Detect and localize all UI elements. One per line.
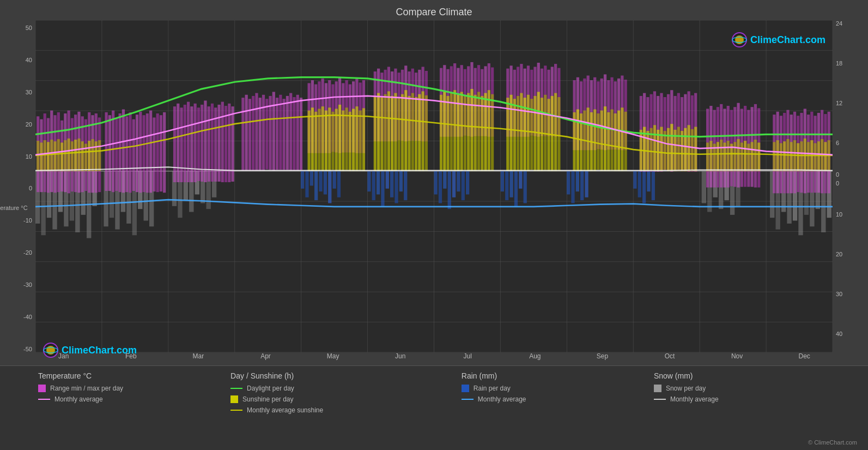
svg-rect-181 xyxy=(279,95,282,170)
svg-rect-174 xyxy=(255,93,258,171)
svg-rect-450 xyxy=(754,140,757,171)
svg-rect-152 xyxy=(173,106,176,182)
svg-rect-182 xyxy=(283,99,286,170)
svg-rect-417 xyxy=(621,107,623,171)
svg-rect-80 xyxy=(332,171,336,189)
svg-rect-151 xyxy=(163,112,166,193)
svg-rect-366 xyxy=(411,93,414,171)
svg-rect-452 xyxy=(773,142,775,171)
svg-rect-365 xyxy=(408,96,410,171)
svg-rect-55 xyxy=(702,171,706,203)
svg-rect-323 xyxy=(50,140,53,171)
svg-rect-178 xyxy=(269,96,271,170)
legend-rain: Rain (mm) Rain per day Monthly average xyxy=(462,371,654,446)
svg-rect-367 xyxy=(415,97,417,171)
legend-item: Sunshine per day xyxy=(230,395,462,403)
svg-rect-391 xyxy=(520,93,523,171)
svg-rect-145 xyxy=(142,115,145,192)
legend-label: Monthly average xyxy=(670,395,719,403)
svg-rect-440 xyxy=(720,140,723,171)
svg-rect-401 xyxy=(554,93,557,171)
svg-rect-423 xyxy=(653,125,656,171)
svg-rect-101 xyxy=(509,171,513,197)
svg-rect-78 xyxy=(324,171,327,195)
svg-rect-430 xyxy=(677,127,680,171)
chart-svg xyxy=(35,20,833,352)
svg-rect-156 xyxy=(187,102,190,182)
svg-rect-373 xyxy=(446,96,449,171)
logo-text-bottom: ClimeChart.com xyxy=(62,345,137,356)
svg-rect-454 xyxy=(780,143,782,171)
svg-rect-435 xyxy=(694,127,697,171)
svg-rect-173 xyxy=(252,96,254,171)
svg-rect-385 xyxy=(488,90,490,171)
legend-label: Monthly average sunshine xyxy=(247,406,323,414)
svg-rect-110 xyxy=(633,171,636,189)
y-right-tick: 6 xyxy=(836,140,839,146)
svg-rect-436 xyxy=(706,142,709,171)
x-axis-month: Jul xyxy=(434,352,501,364)
svg-rect-170 xyxy=(241,98,244,171)
svg-rect-351 xyxy=(352,109,355,171)
svg-rect-320 xyxy=(40,142,43,171)
svg-rect-381 xyxy=(474,95,477,171)
main-container: Compare Climate Halifax Halifax Temperat… xyxy=(0,0,868,450)
svg-rect-336 xyxy=(95,141,98,171)
svg-rect-154 xyxy=(180,107,183,182)
svg-rect-400 xyxy=(551,96,554,171)
svg-rect-459 xyxy=(797,143,799,171)
legend-snow-title: Snow (mm) xyxy=(654,371,846,380)
svg-rect-179 xyxy=(272,92,275,170)
svg-rect-112 xyxy=(642,171,646,203)
y-tick: 50 xyxy=(26,25,32,31)
svg-rect-147 xyxy=(149,111,152,193)
legend-temperature: Temperature °C Range min / max per day M… xyxy=(38,371,230,446)
svg-rect-84 xyxy=(377,171,380,195)
svg-rect-85 xyxy=(381,171,384,206)
legend-label: Monthly average xyxy=(54,395,103,403)
svg-rect-138 xyxy=(119,113,122,192)
legend-label: Snow per day xyxy=(666,385,706,392)
legend-line-rain-avg xyxy=(462,399,474,400)
svg-rect-413 xyxy=(607,112,610,171)
svg-rect-99 xyxy=(501,171,504,191)
svg-rect-414 xyxy=(610,109,613,171)
svg-rect-369 xyxy=(422,91,424,171)
svg-rect-371 xyxy=(440,95,442,171)
svg-rect-348 xyxy=(342,111,344,171)
svg-rect-395 xyxy=(533,96,536,171)
y-right-tick: 40 xyxy=(836,331,842,337)
logo-bottom-left: ClimeChart.com xyxy=(43,342,137,358)
legend-line-daylight xyxy=(230,388,242,389)
svg-rect-102 xyxy=(514,171,518,206)
svg-rect-109 xyxy=(585,171,588,197)
svg-rect-386 xyxy=(491,94,494,171)
svg-rect-81 xyxy=(337,171,341,197)
legend-temp-title: Temperature °C xyxy=(38,371,230,380)
chart-plot xyxy=(35,20,833,352)
svg-rect-83 xyxy=(372,171,375,200)
svg-rect-409 xyxy=(593,109,596,171)
svg-rect-321 xyxy=(44,140,46,171)
y-tick: -50 xyxy=(23,346,32,352)
x-axis-month: Dec xyxy=(770,352,838,364)
svg-rect-416 xyxy=(617,111,620,171)
legend-snow: Snow (mm) Snow per day Monthly average xyxy=(654,371,846,446)
svg-rect-107 xyxy=(576,171,579,191)
svg-rect-360 xyxy=(391,96,393,171)
svg-rect-96 xyxy=(457,171,460,191)
logo-text-top: ClimeChart.com xyxy=(750,34,825,46)
legend-label: Sunshine per day xyxy=(242,395,293,403)
svg-rect-350 xyxy=(349,112,351,171)
svg-rect-357 xyxy=(380,97,383,171)
svg-rect-343 xyxy=(325,111,327,171)
svg-rect-171 xyxy=(245,95,248,171)
svg-rect-448 xyxy=(747,144,750,171)
svg-rect-427 xyxy=(667,128,670,171)
x-axis-month: Nov xyxy=(703,352,771,364)
svg-rect-148 xyxy=(153,117,155,191)
svg-rect-362 xyxy=(398,97,400,170)
x-axis: Jan Feb Mar Apr May Jun Jul Aug Sep Oct … xyxy=(30,352,838,365)
svg-rect-77 xyxy=(319,171,322,191)
logo-top-right: ClimeChart.com xyxy=(731,32,825,48)
